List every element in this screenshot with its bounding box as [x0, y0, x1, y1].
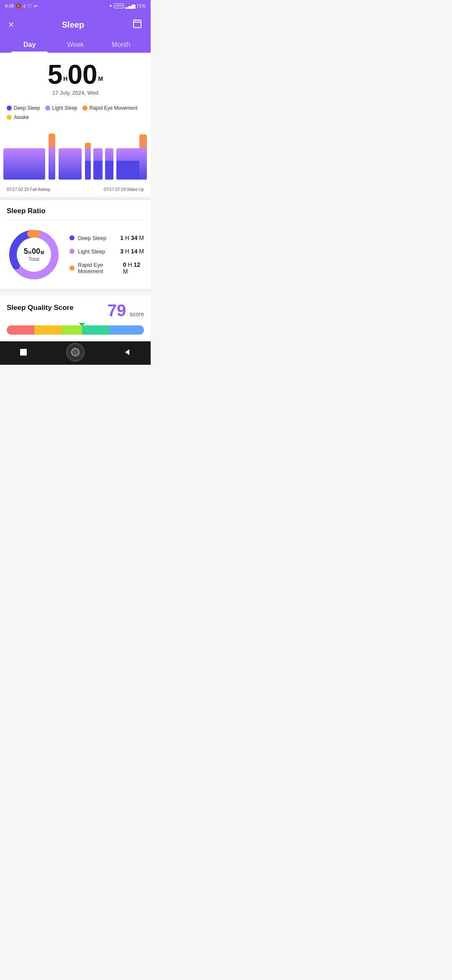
donut-hours: 5 [24, 247, 28, 256]
deep-sleep-dot [7, 106, 12, 111]
home-button[interactable] [59, 341, 91, 363]
ratio-divider [7, 220, 144, 221]
svg-rect-0 [134, 20, 141, 28]
ratio-rem-label: Rapid Eye Movement [78, 262, 123, 274]
hours-unit: H [62, 75, 67, 88]
bottom-nav [0, 341, 151, 365]
dot-icon: · [39, 3, 40, 8]
ratio-light-time: 3 H 14 M [120, 248, 144, 255]
svg-rect-14 [105, 161, 113, 180]
shield-icon: 🛡 [27, 3, 32, 8]
awake-dot [7, 115, 12, 120]
legend-awake: Awake [7, 114, 29, 120]
ratio-content: 5 H 00 M Total Deep Sleep 1 H 34 M [7, 227, 144, 282]
sleep-date: 17 July, 2024, Wed [7, 90, 144, 96]
sleep-ratio-section: Sleep Ratio 5 H 00 M Tot [0, 200, 151, 289]
light-sleep-label: Light Sleep [52, 105, 77, 111]
svg-rect-4 [3, 148, 45, 180]
sleep-ratio-title: Sleep Ratio [7, 207, 144, 215]
sleep-legend: Deep Sleep Light Sleep Rapid Eye Movemen… [0, 100, 151, 124]
quality-score-display: 79 score [108, 302, 144, 319]
ratio-row-deep: Deep Sleep 1 H 34 M [69, 235, 144, 241]
ratio-light-dot [69, 249, 74, 254]
svg-rect-6 [49, 148, 55, 180]
ratio-row-rem: Rapid Eye Movement 0 H 12 M [69, 261, 144, 275]
deep-sleep-label: Deep Sleep [14, 105, 40, 111]
svg-rect-24 [20, 349, 27, 356]
svg-marker-25 [125, 349, 129, 355]
ratio-deep-dot [69, 235, 74, 240]
donut-center: 5 H 00 M Total [24, 247, 44, 262]
quality-score-value: 79 [108, 301, 126, 320]
score-bar [7, 325, 144, 335]
status-bar: 9:08 🔕 d 🛡 ⇌ · ✦ VPN ▂▄▆ 71% [0, 0, 151, 12]
ratio-rem-dot [69, 266, 74, 271]
tab-month[interactable]: Month [98, 36, 144, 53]
tab-week[interactable]: Week [52, 36, 98, 53]
battery-icon: 71% [136, 3, 146, 8]
minutes-unit: M [98, 75, 103, 88]
svg-rect-7 [59, 148, 82, 180]
usb-icon: ⇌ [33, 3, 37, 9]
divider-1 [0, 197, 151, 200]
tab-bar: Day Week Month [0, 36, 151, 53]
svg-rect-10 [85, 161, 91, 180]
ratio-row-light: Light Sleep 3 H 14 M [69, 248, 144, 255]
donut-chart: 5 H 00 M Total [7, 227, 61, 282]
vpn-badge: VPN [114, 3, 124, 8]
back-square-button[interactable] [13, 346, 34, 358]
quality-header: Sleep Quality Score 79 score [7, 302, 144, 319]
ratio-rem-time: 0 H 12 M [123, 261, 144, 275]
d-icon: d [23, 4, 26, 8]
signal-icon: ▂▄▆ [125, 3, 135, 9]
status-time: 9:08 [5, 3, 14, 8]
ratio-details: Deep Sleep 1 H 34 M Light Sleep 3 H 14 M [69, 235, 144, 275]
main-content: 5 H 00 M 17 July, 2024, Wed Deep Sleep L… [0, 53, 151, 197]
sleep-time-section: 5 H 00 M 17 July, 2024, Wed [0, 53, 151, 100]
ratio-deep-label: Deep Sleep [78, 235, 106, 241]
legend-light: Light Sleep [45, 105, 77, 111]
chart-end-label: 07/17 07:29 Wake Up [104, 187, 144, 192]
light-sleep-dot [45, 106, 50, 111]
divider-2 [0, 289, 151, 292]
quality-score-unit: score [130, 311, 144, 317]
app-header: × Sleep [0, 12, 151, 36]
sleep-minutes: 00 [67, 61, 97, 88]
donut-total-label: Total [24, 256, 44, 262]
svg-rect-18 [139, 148, 147, 180]
legend-deep: Deep Sleep [7, 105, 40, 111]
rem-dot [82, 106, 87, 111]
sleep-chart: 07/17 02:29 Fall Asleep 07/17 07:29 Wake… [0, 124, 151, 197]
svg-rect-12 [93, 161, 103, 180]
awake-label: Awake [14, 114, 29, 120]
calendar-button[interactable] [131, 17, 144, 33]
chart-start-label: 07/17 02:29 Fall Asleep [7, 187, 51, 192]
status-left: 9:08 🔕 d 🛡 ⇌ · [5, 3, 40, 9]
svg-rect-16 [116, 161, 141, 180]
donut-minutes: 00 [32, 247, 40, 256]
header-title: Sleep [62, 20, 84, 30]
back-button[interactable] [116, 346, 138, 358]
legend-rem: Rapid Eye Movement [82, 105, 138, 111]
bluetooth-icon: ✦ [109, 3, 113, 9]
ratio-deep-time: 1 H 34 M [120, 235, 144, 241]
status-right: ✦ VPN ▂▄▆ 71% [109, 3, 146, 9]
mute-icon: 🔕 [15, 3, 21, 9]
sleep-hours: 5 [48, 61, 63, 88]
chart-labels: 07/17 02:29 Fall Asleep 07/17 07:29 Wake… [3, 186, 147, 197]
home-circle [71, 348, 80, 356]
ratio-light-label: Light Sleep [78, 248, 105, 255]
score-bar-wrap [7, 325, 144, 335]
tab-day[interactable]: Day [7, 36, 52, 53]
rem-label: Rapid Eye Movement [90, 105, 138, 111]
quality-title: Sleep Quality Score [7, 304, 74, 312]
sleep-quality-section: Sleep Quality Score 79 score [0, 295, 151, 341]
sleep-time-display: 5 H 00 M [7, 61, 144, 88]
close-button[interactable]: × [7, 18, 15, 32]
